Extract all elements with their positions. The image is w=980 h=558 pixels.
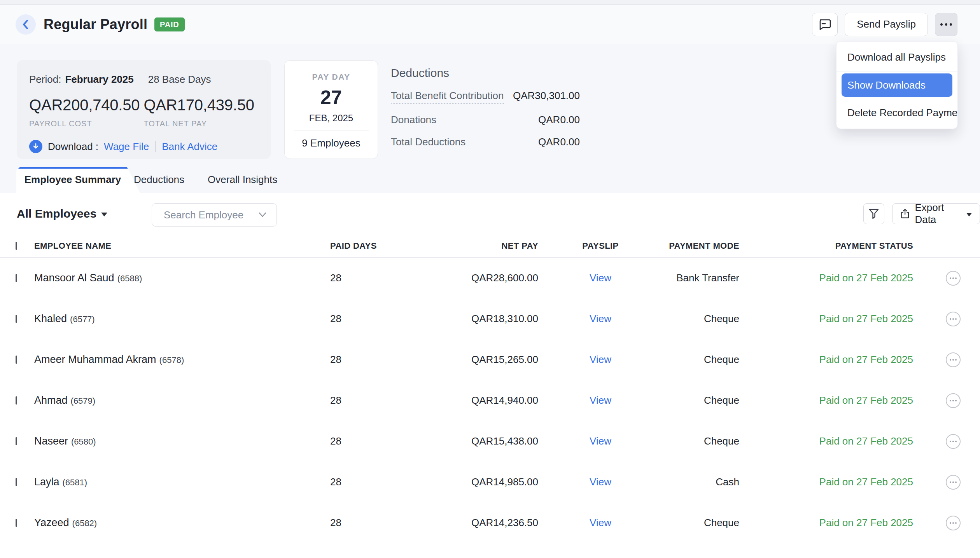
table-row: Ameer Muhammad Akram(6578) 28 QAR15,265.…	[0, 339, 980, 380]
employee-name-cell: Layla(6581)	[34, 476, 330, 488]
deductions-summary: Deductions Total Benefit Contribution QA…	[391, 60, 580, 148]
view-payslip-link[interactable]: View	[590, 476, 611, 488]
payment-status-cell: Paid on 27 Feb 2025	[739, 354, 913, 366]
net-pay-cell: QAR14,236.50	[462, 517, 538, 529]
row-checkbox[interactable]	[16, 315, 17, 323]
comments-button[interactable]	[812, 13, 838, 36]
row-more-button[interactable]	[946, 516, 961, 530]
menu-item[interactable]: Download all Payslips	[836, 44, 957, 71]
employee-name-cell: Ahmad(6579)	[34, 394, 330, 406]
net-pay-cell: QAR18,310.00	[462, 313, 538, 325]
row-more-button[interactable]	[946, 312, 961, 326]
active-tab-indicator	[16, 167, 130, 169]
tab[interactable]: Deductions	[122, 167, 196, 193]
row-more-button[interactable]	[946, 352, 961, 367]
row-checkbox[interactable]	[16, 396, 17, 405]
paid-days-cell: 28	[330, 354, 462, 366]
comment-icon	[818, 17, 832, 31]
wage-file-link[interactable]: Wage File	[104, 141, 149, 153]
deductions-title: Deductions	[391, 66, 580, 80]
paid-days-cell: 28	[330, 272, 462, 284]
more-actions-button[interactable]	[935, 13, 957, 36]
employee-name: Yazeed	[34, 517, 69, 528]
payment-mode-cell: Cash	[663, 476, 739, 488]
net-pay-cell: QAR15,265.00	[462, 354, 538, 366]
payment-status-cell: Paid on 27 Feb 2025	[739, 313, 913, 325]
download-label: Download :	[48, 141, 98, 153]
send-payslip-button[interactable]: Send Payslip	[845, 13, 928, 36]
net-pay-cell: QAR14,985.00	[462, 476, 538, 488]
payment-mode-cell: Bank Transfer	[663, 272, 739, 284]
payroll-cost-value: QAR200,740.50	[29, 96, 144, 114]
view-payslip-link[interactable]: View	[590, 435, 611, 447]
payment-mode-cell: Cheque	[663, 313, 739, 325]
page-top-strip	[0, 0, 980, 5]
paid-days-cell: 28	[330, 435, 462, 447]
row-checkbox[interactable]	[16, 437, 17, 445]
employee-name-cell: Naseer(6580)	[34, 435, 330, 447]
employee-scope-dropdown[interactable]: All Employees	[17, 193, 107, 234]
row-checkbox[interactable]	[16, 478, 17, 486]
employee-id: (6578)	[159, 355, 184, 365]
row-more-button[interactable]	[946, 475, 961, 490]
menu-item[interactable]: Delete Recorded Payment	[836, 99, 957, 127]
row-more-button[interactable]	[946, 393, 961, 408]
payment-status-cell: Paid on 27 Feb 2025	[739, 394, 913, 406]
net-pay-cell: QAR14,940.00	[462, 394, 538, 406]
row-more-button[interactable]	[946, 271, 961, 286]
table-row: Naseer(6580) 28 QAR15,438.00 View Cheque…	[0, 421, 980, 462]
bank-advice-link[interactable]: Bank Advice	[162, 141, 217, 153]
filter-button[interactable]	[863, 203, 884, 224]
employee-id: (6577)	[70, 314, 95, 324]
employee-name: Ahmad	[34, 394, 68, 406]
search-employee-select[interactable]: Search Employee	[152, 203, 277, 227]
column-header-paid-days: PAID DAYS	[330, 241, 462, 251]
payment-mode-cell: Cheque	[663, 517, 739, 529]
view-payslip-link[interactable]: View	[590, 272, 611, 284]
payroll-summary-section: Period: February 2025 28 Base Days QAR20…	[0, 44, 980, 193]
employee-count: 9 Employees	[285, 137, 378, 149]
row-checkbox[interactable]	[16, 356, 17, 364]
page-title: Regular Payroll	[44, 16, 147, 33]
view-payslip-link[interactable]: View	[590, 394, 611, 406]
payment-mode-cell: Cheque	[663, 394, 739, 406]
menu-item[interactable]: Show Downloads	[842, 73, 952, 97]
period-value: February 2025	[65, 73, 133, 85]
tab[interactable]: Overall Insights	[196, 167, 289, 193]
deduction-label: Total Deductions	[391, 136, 466, 148]
employee-id: (6581)	[63, 478, 88, 487]
column-header-employee-name: EMPLOYEE NAME	[34, 241, 330, 251]
tab[interactable]: Employee Summary	[16, 167, 140, 193]
payday-card: PAY DAY 27 FEB, 2025 9 Employees	[284, 60, 378, 159]
search-placeholder: Search Employee	[164, 209, 258, 221]
export-data-button[interactable]: Export Data	[892, 203, 980, 224]
table-row: Khaled(6577) 28 QAR18,310.00 View Cheque…	[0, 298, 980, 339]
employee-name-cell: Khaled(6577)	[34, 313, 330, 325]
row-checkbox[interactable]	[16, 519, 17, 527]
select-all-checkbox[interactable]	[16, 242, 17, 250]
caret-down-icon	[101, 213, 107, 216]
ellipsis-icon	[940, 23, 952, 26]
payday-label: PAY DAY	[285, 72, 378, 82]
paid-days-cell: 28	[330, 313, 462, 325]
menu-row: Delete Recorded Payment	[836, 99, 957, 127]
payment-mode-cell: Cheque	[663, 354, 739, 366]
employee-name: Layla	[34, 476, 60, 488]
view-payslip-link[interactable]: View	[590, 313, 611, 324]
column-header-payment-mode: PAYMENT MODE	[663, 241, 739, 251]
row-checkbox[interactable]	[16, 274, 17, 282]
table-header: EMPLOYEE NAME PAID DAYS NET PAY PAYSLIP …	[0, 234, 980, 258]
column-header-payment-status: PAYMENT STATUS	[739, 241, 913, 251]
export-icon	[900, 208, 910, 220]
menu-row: Download all Payslips	[836, 44, 957, 71]
column-header-payslip: PAYSLIP	[538, 241, 663, 251]
divider	[141, 74, 141, 85]
caret-down-icon	[966, 213, 972, 216]
employee-name: Naseer	[34, 435, 68, 447]
back-button[interactable]	[16, 14, 36, 35]
view-payslip-link[interactable]: View	[590, 517, 611, 528]
row-more-button[interactable]	[946, 434, 961, 449]
view-payslip-link[interactable]: View	[590, 354, 611, 365]
net-pay-cell: QAR15,438.00	[462, 435, 538, 447]
divider	[155, 141, 156, 152]
